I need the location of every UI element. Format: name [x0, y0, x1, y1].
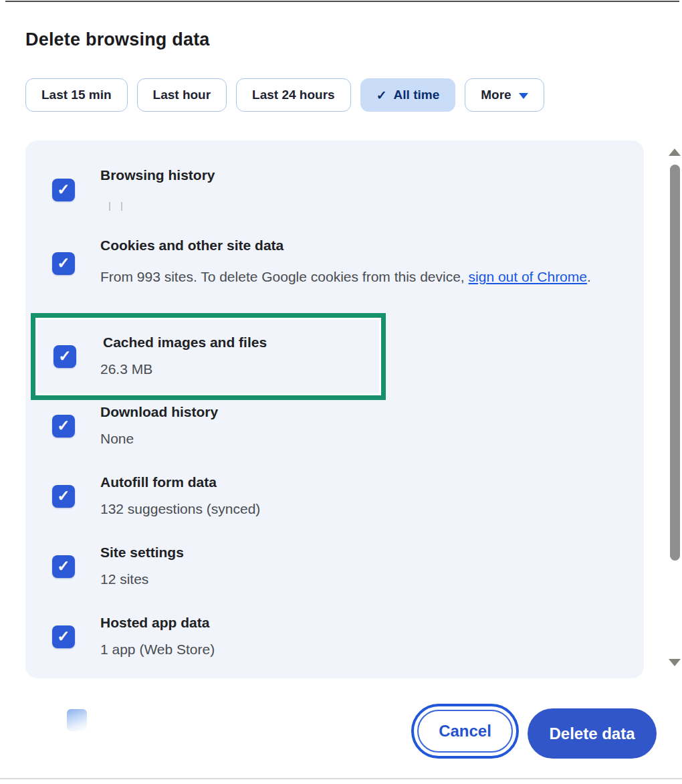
checkmark-icon: ✓: [57, 418, 70, 433]
checkmark-icon: ✓: [57, 629, 70, 644]
delete-browsing-data-dialog: Delete browsing data Last 15 min Last ho…: [0, 0, 682, 784]
page-title: Delete browsing data: [25, 29, 210, 50]
delete-data-button[interactable]: Delete data: [528, 708, 657, 759]
checkmark-icon: ✓: [57, 488, 70, 504]
item-label: Browsing history: [100, 167, 215, 183]
chip-label: Last 15 min: [41, 88, 112, 102]
checkbox-download-history[interactable]: ✓: [52, 415, 75, 437]
dialog-top-edge: [5, 1, 679, 2]
time-range-chip-row: Last 15 min Last hour Last 24 hours ✓ Al…: [25, 78, 544, 112]
chip-label: Last 24 hours: [252, 88, 335, 102]
cancel-button[interactable]: Cancel: [411, 704, 519, 759]
scroll-down-icon[interactable]: [669, 659, 681, 666]
item-label: Autofill form data: [100, 474, 217, 490]
item-sublabel: 132 suggestions (synced): [100, 501, 260, 517]
item-label: Cached images and files: [103, 334, 267, 351]
checkbox-autofill[interactable]: ✓: [52, 485, 75, 508]
cookies-sub-text: From 993 sites. To delete Google cookies…: [100, 269, 469, 284]
item-sublabel: From 993 sites. To delete Google cookies…: [100, 264, 598, 290]
chip-last-15-min[interactable]: Last 15 min: [25, 78, 128, 112]
checkbox-site-settings[interactable]: ✓: [52, 555, 75, 578]
cancel-button-label: Cancel: [417, 710, 513, 753]
checkmark-icon: ✓: [376, 88, 387, 103]
scroll-up-icon[interactable]: [669, 149, 681, 156]
checkmark-icon: ✓: [57, 559, 70, 574]
item-sublabel: 1 app (Web Store): [100, 642, 215, 658]
checkbox-cookies[interactable]: ✓: [52, 252, 75, 275]
item-label: Hosted app data: [100, 615, 209, 631]
chip-last-24-hours[interactable]: Last 24 hours: [236, 78, 351, 112]
loading-placeholder: [109, 202, 110, 211]
item-label: Download history: [100, 404, 218, 420]
checkmark-icon: ✓: [58, 349, 71, 364]
chip-label: More: [481, 88, 511, 102]
checkbox-partially-visible[interactable]: [67, 709, 87, 731]
checkmark-icon: ✓: [57, 256, 70, 271]
item-sublabel: None: [100, 431, 134, 447]
checkbox-browsing-history[interactable]: ✓: [52, 179, 75, 201]
dropdown-arrow-icon: [519, 93, 528, 99]
checkbox-cached-images[interactable]: ✓: [53, 345, 76, 368]
chip-last-hour[interactable]: Last hour: [137, 78, 227, 112]
item-sublabel: 26.3 MB: [100, 361, 152, 377]
chip-more[interactable]: More: [465, 78, 544, 112]
chip-label: All time: [394, 88, 440, 102]
item-sublabel: 12 sites: [100, 571, 148, 587]
checkmark-icon: ✓: [57, 182, 70, 197]
dialog-bottom-edge: [0, 778, 682, 779]
cookies-sub-period: .: [587, 269, 591, 284]
item-label: Site settings: [100, 545, 184, 561]
chip-label: Last hour: [153, 88, 211, 102]
scrollbar-thumb[interactable]: [670, 165, 680, 561]
chip-all-time[interactable]: ✓ All time: [360, 78, 456, 112]
sign-out-of-chrome-link[interactable]: sign out of Chrome: [469, 269, 587, 284]
loading-placeholder: [121, 202, 122, 211]
item-label: Cookies and other site data: [100, 237, 283, 254]
checkbox-hosted-app-data[interactable]: ✓: [52, 625, 75, 648]
